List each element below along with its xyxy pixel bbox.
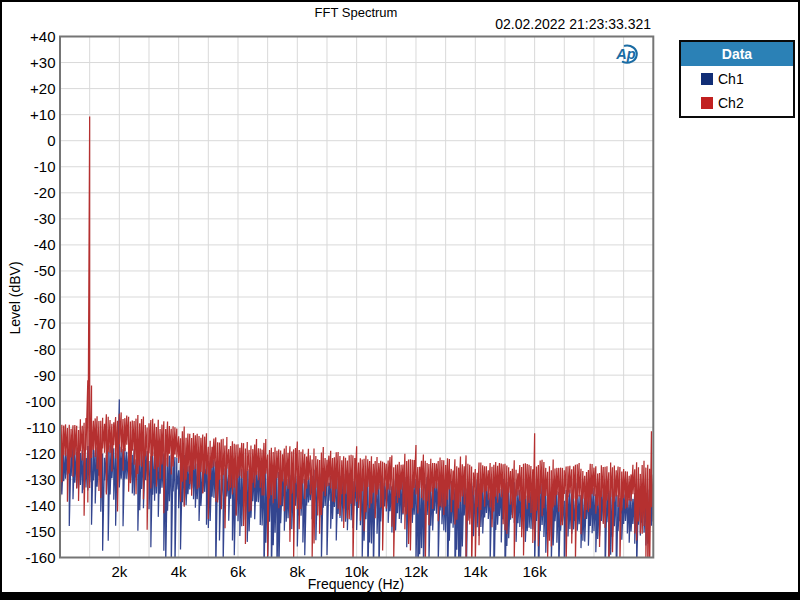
legend-entry-ch2[interactable]: Ch2 [681, 91, 793, 116]
y-tick-label: -40 [34, 237, 56, 252]
y-tick-label: -130 [25, 472, 55, 487]
legend-entry-ch1[interactable]: Ch1 [681, 67, 793, 92]
audio-precision-logo: Ap [615, 45, 636, 62]
y-tick-label: -110 [27, 420, 56, 435]
y-tick-label: -70 [34, 316, 56, 331]
y-tick-label: -90 [34, 368, 56, 383]
y-tick-label: +40 [30, 29, 55, 44]
y-tick-label: +30 [30, 55, 55, 70]
legend-header: Data [681, 42, 793, 66]
y-axis-title: Level (dBV) [7, 148, 23, 448]
legend-body: Ch1 Ch2 [681, 66, 793, 117]
y-tick-label: -140 [25, 498, 55, 513]
ch2-color-swatch [701, 97, 713, 109]
y-tick-label: -20 [34, 185, 56, 200]
app-window: { "window": { "title": "FFT Spectrum", "… [0, 0, 800, 600]
y-tick-label: -100 [25, 394, 55, 409]
y-tick-label: -10 [34, 159, 56, 174]
y-tick-label: -150 [25, 524, 55, 539]
y-tick-label: 0 [47, 133, 55, 148]
y-tick-label: -160 [25, 550, 55, 565]
legend-entry-label: Ch2 [718, 95, 744, 111]
y-tick-label: -120 [25, 446, 55, 461]
graph-panel: FFT Spectrum 02.02.2022 21:23:33.321 Ap … [2, 2, 798, 592]
y-tick-label: -80 [34, 342, 56, 357]
legend: Data Ch1 Ch2 [679, 40, 795, 119]
y-tick-label: -50 [34, 263, 56, 278]
y-tick-label: -60 [34, 290, 56, 305]
y-tick-label: +20 [30, 81, 55, 96]
y-tick-label: -30 [34, 211, 56, 226]
y-tick-label: +10 [30, 107, 55, 122]
ch1-color-swatch [701, 73, 713, 85]
legend-entry-label: Ch1 [718, 71, 744, 87]
x-axis-title: Frequency (Hz) [59, 576, 653, 592]
ap-logo-text: Ap [615, 46, 635, 62]
